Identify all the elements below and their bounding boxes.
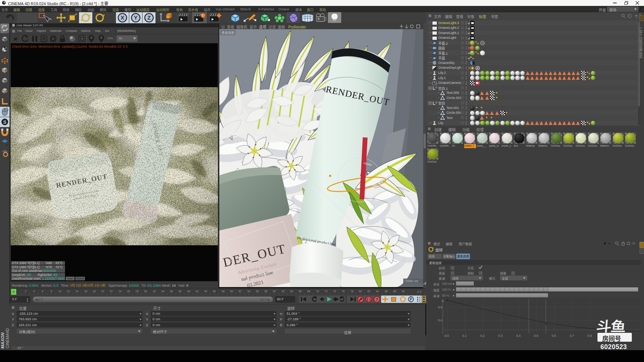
svg-text:X: X (120, 14, 124, 21)
svg-text:?: ? (376, 297, 378, 302)
svg-text:R: R (42, 37, 46, 42)
svg-text:O: O (435, 86, 437, 89)
svg-text:CINEMA4D: CINEMA4D (5, 328, 10, 348)
svg-text:2000 cm: 2000 cm (405, 279, 418, 283)
svg-text:( ): ( ) (367, 297, 370, 301)
svg-text:MAXON: MAXON (0, 332, 5, 349)
svg-text:Z: Z (147, 14, 151, 21)
svg-text:O: O (435, 101, 437, 104)
svg-text:Y: Y (134, 14, 137, 21)
svg-text:P: P (410, 297, 412, 301)
svg-text:S: S (3, 119, 7, 125)
svg-text:e: e (6, 142, 8, 147)
